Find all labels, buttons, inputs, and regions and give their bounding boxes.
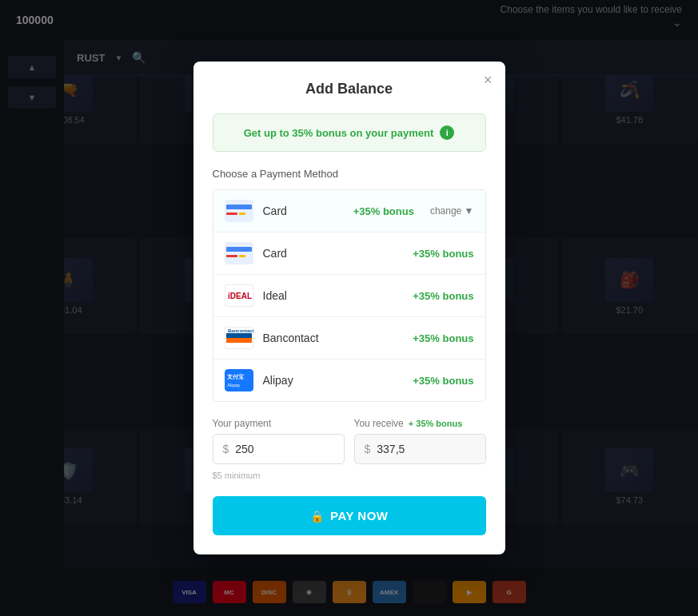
modal-title: Add Balance (213, 81, 486, 97)
payment-method-bonus: +35% bonus (413, 375, 473, 387)
svg-rect-4 (225, 242, 253, 264)
payment-method-name: Bancontact (263, 332, 404, 344)
your-payment-label: Your payment (213, 418, 345, 429)
payment-method-bonus: +35% bonus (353, 205, 414, 217)
svg-rect-3 (239, 213, 245, 215)
payment-method-name: Alipay (263, 374, 404, 387)
svg-text:iDEAL: iDEAL (228, 292, 252, 300)
payment-method-bancontact[interactable]: Bancontact Bancontact +35% bonus (213, 317, 485, 360)
payment-method-icon (225, 200, 253, 222)
payment-method-icon: 支付宝 Alipay (225, 369, 253, 391)
svg-rect-11 (226, 333, 252, 338)
payment-method-icon (225, 242, 253, 264)
receive-bonus-tag: + 35% bonus (409, 419, 463, 428)
payment-inputs: Your payment $ You receive + 35% bonus $ (213, 418, 486, 464)
payment-method-bonus: +35% bonus (413, 248, 473, 260)
svg-rect-12 (226, 338, 252, 343)
svg-rect-6 (226, 255, 237, 257)
minimum-text: $5 minimum (213, 471, 486, 480)
payment-method-name: Card (263, 205, 344, 217)
payment-method-name: Card (263, 247, 404, 260)
svg-rect-0 (225, 200, 253, 222)
svg-rect-7 (239, 255, 245, 257)
modal-close-button[interactable]: × (484, 73, 493, 87)
pay-now-button[interactable]: 🔒 PAY NOW (213, 496, 486, 535)
you-receive-group: You receive + 35% bonus $ (354, 418, 486, 464)
svg-rect-14 (225, 369, 253, 391)
receive-currency-symbol: $ (365, 443, 371, 455)
payment-method-ideal[interactable]: iDEAL Ideal +35% bonus (213, 275, 485, 317)
payment-method-name: Ideal (263, 289, 404, 302)
payment-method-alipay[interactable]: 支付宝 Alipay Alipay +35% bonus (213, 360, 485, 401)
svg-text:Bancontact: Bancontact (228, 328, 253, 333)
payment-methods-list: Card +35% bonus change ▼ Card +35% bonus… (213, 189, 486, 402)
lock-icon: 🔒 (310, 510, 325, 523)
bonus-banner-text: Get up to 35% bonus on your payment (244, 127, 434, 139)
receive-amount-field: $ (354, 434, 486, 464)
add-balance-modal: Add Balance × Get up to 35% bonus on you… (193, 62, 505, 554)
payment-method-card-selected[interactable]: Card +35% bonus change ▼ (213, 190, 485, 232)
modal-overlay: Add Balance × Get up to 35% bonus on you… (0, 0, 698, 616)
payment-method-bonus: +35% bonus (413, 290, 473, 302)
change-button[interactable]: change ▼ (430, 205, 474, 217)
payment-method-bonus: +35% bonus (413, 332, 473, 344)
payment-method-icon: Bancontact (225, 327, 253, 349)
svg-rect-5 (226, 247, 252, 252)
bonus-banner: Get up to 35% bonus on your payment i (213, 113, 486, 152)
info-icon[interactable]: i (440, 125, 454, 140)
svg-rect-2 (226, 213, 237, 215)
your-payment-group: Your payment $ (213, 418, 345, 464)
svg-text:Alipay: Alipay (227, 383, 240, 387)
svg-rect-1 (226, 205, 252, 209)
payment-section-title: Choose a Payment Method (213, 168, 486, 180)
payment-method-icon: iDEAL (225, 284, 253, 307)
you-receive-label: You receive + 35% bonus (354, 418, 486, 429)
payment-currency-symbol: $ (223, 443, 229, 455)
pay-now-label: PAY NOW (330, 509, 388, 523)
receive-amount-input (377, 443, 475, 455)
payment-method-card-2[interactable]: Card +35% bonus (213, 232, 485, 275)
payment-amount-input[interactable] (235, 443, 333, 455)
svg-text:支付宝: 支付宝 (226, 373, 245, 380)
payment-amount-field[interactable]: $ (213, 434, 345, 464)
